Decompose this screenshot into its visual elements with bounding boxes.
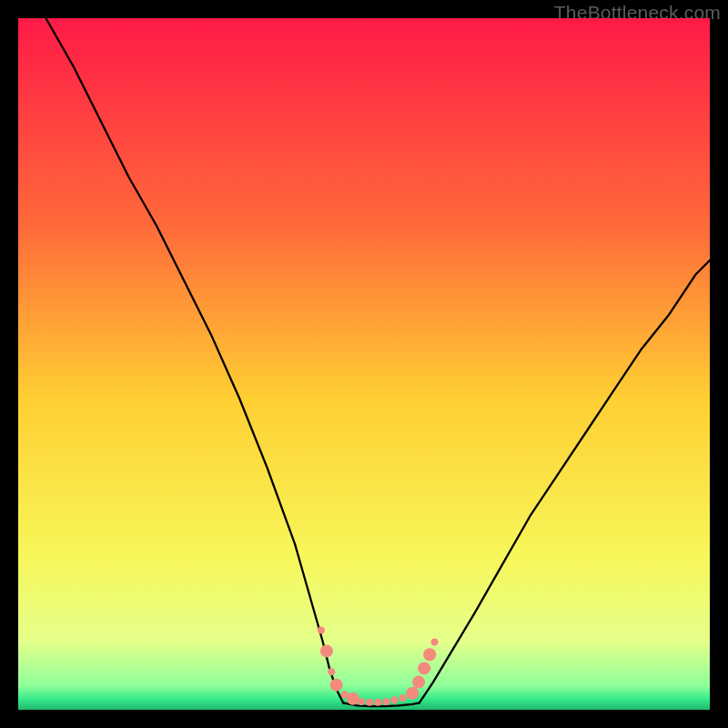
valley-marker [382, 698, 389, 705]
chart-frame: TheBottleneck.com [0, 0, 728, 728]
valley-marker [328, 668, 335, 675]
valley-marker [412, 676, 425, 689]
valley-marker [330, 679, 343, 692]
valley-marker [366, 699, 373, 706]
valley-marker [390, 696, 398, 703]
valley-marker [318, 627, 325, 634]
plot-background [18, 18, 710, 710]
valley-marker [399, 694, 407, 702]
chart-svg [18, 18, 710, 710]
valley-marker [431, 639, 439, 646]
valley-marker [347, 693, 359, 705]
valley-marker [423, 648, 436, 661]
valley-marker [406, 687, 419, 700]
valley-marker [374, 699, 381, 706]
valley-marker [358, 698, 365, 705]
valley-marker [418, 662, 430, 674]
valley-marker [320, 644, 333, 657]
